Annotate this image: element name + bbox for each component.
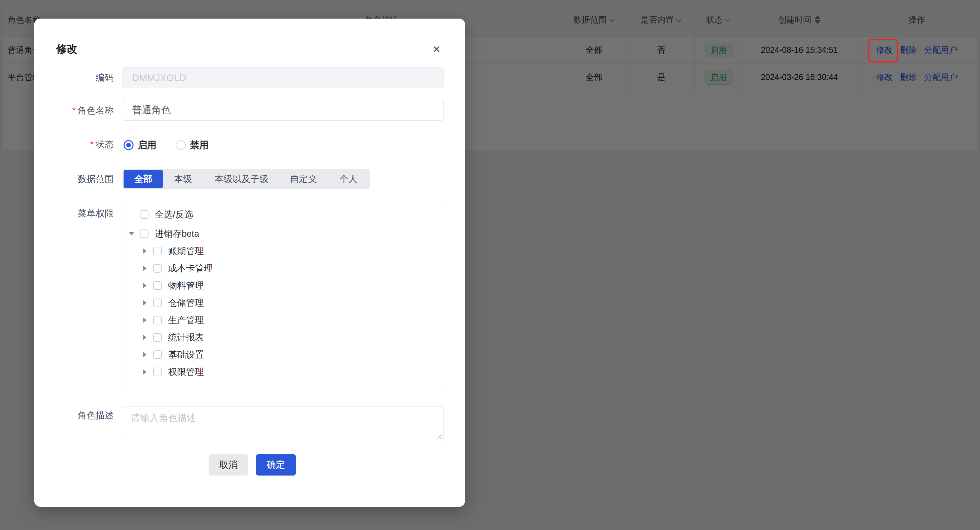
- code-label: 编码: [34, 71, 114, 84]
- data-scope-label: 数据范围: [34, 172, 114, 186]
- radio-unselected-icon[interactable]: [176, 140, 186, 150]
- scope-option-current-level[interactable]: 本级: [163, 169, 203, 189]
- checkbox[interactable]: [153, 368, 162, 376]
- menu-permission-label: 菜单权限: [34, 207, 114, 220]
- checkbox[interactable]: [153, 350, 162, 359]
- radio-selected-icon[interactable]: [124, 140, 134, 150]
- checkbox[interactable]: [140, 230, 148, 238]
- expander-collapsed-icon[interactable]: [142, 282, 148, 289]
- status-label: *状态: [34, 138, 114, 151]
- expander-collapsed-icon[interactable]: [142, 265, 148, 271]
- tree-item[interactable]: 权限管理: [123, 363, 443, 381]
- role-desc-label: 角色描述: [34, 409, 114, 422]
- data-scope-segmented-control: 全部 本级 本级以及子级 自定义 个人: [123, 169, 370, 189]
- checkbox[interactable]: [153, 316, 162, 324]
- confirm-button[interactable]: 确定: [256, 454, 296, 476]
- expander-collapsed-icon[interactable]: [142, 351, 148, 358]
- cancel-button[interactable]: 取消: [208, 454, 248, 476]
- edit-role-modal: 修改 ✕ 编码 *角色名称 *状态 启用 禁用 数据范围 全部 本级 本级以及子…: [34, 19, 465, 507]
- status-radio-group: 启用 禁用: [124, 139, 208, 151]
- radio-enabled[interactable]: 启用: [124, 139, 156, 151]
- checkbox[interactable]: [153, 333, 162, 342]
- checkbox[interactable]: [153, 281, 162, 290]
- checkbox[interactable]: [153, 264, 162, 273]
- checkbox[interactable]: [153, 247, 162, 255]
- expander-collapsed-icon[interactable]: [142, 248, 148, 254]
- scope-option-all[interactable]: 全部: [124, 170, 163, 188]
- annotation-highlight-box: [868, 39, 898, 62]
- role-management-page: 角色名称 角色描述 数据范围 是否内置 状态 创建时间 操作 普通角色 全部 否…: [0, 0, 980, 530]
- checkbox[interactable]: [140, 210, 148, 219]
- role-name-input[interactable]: [122, 100, 444, 121]
- menu-permission-tree: 全选/反选 进销存beta 账期管理 成本卡管理 物料管理: [123, 203, 443, 392]
- tree-item[interactable]: 物料管理: [123, 277, 443, 294]
- role-name-label: *角色名称: [34, 104, 114, 117]
- tree-item[interactable]: 成本卡管理: [123, 260, 443, 277]
- expander-expanded-icon[interactable]: [129, 230, 135, 237]
- tree-item[interactable]: 基础设置: [123, 346, 443, 363]
- tree-item[interactable]: 统计报表: [123, 329, 443, 346]
- required-asterisk: *: [90, 140, 94, 149]
- tree-item-root[interactable]: 进销存beta: [123, 225, 443, 243]
- modal-title: 修改: [56, 42, 77, 56]
- checkbox[interactable]: [153, 298, 162, 307]
- scope-option-personal[interactable]: 个人: [327, 169, 370, 189]
- scope-option-custom[interactable]: 自定义: [280, 169, 327, 189]
- expander-collapsed-icon[interactable]: [142, 369, 148, 375]
- tree-item[interactable]: 仓储管理: [123, 294, 443, 311]
- close-icon[interactable]: ✕: [430, 43, 443, 56]
- scope-option-current-and-children[interactable]: 本级以及子级: [203, 169, 280, 189]
- tree-item-select-all[interactable]: 全选/反选: [123, 206, 443, 223]
- tree-item[interactable]: 生产管理: [123, 311, 443, 329]
- tree-item[interactable]: 账期管理: [123, 243, 443, 260]
- code-input[interactable]: [122, 67, 444, 88]
- expander-collapsed-icon[interactable]: [142, 334, 148, 341]
- role-desc-textarea[interactable]: [122, 406, 444, 441]
- radio-disabled[interactable]: 禁用: [176, 139, 208, 151]
- required-asterisk: *: [72, 106, 76, 116]
- expander-collapsed-icon[interactable]: [142, 300, 148, 306]
- expander-collapsed-icon[interactable]: [142, 317, 148, 324]
